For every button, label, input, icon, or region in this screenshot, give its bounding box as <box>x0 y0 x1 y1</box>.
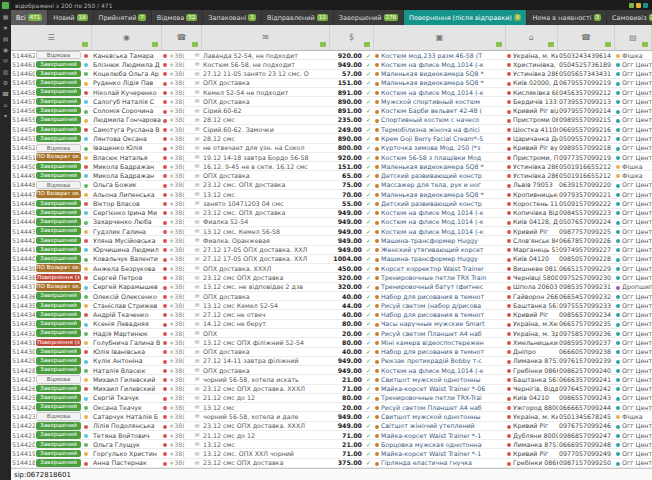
phone-icon[interactable]: ☎ <box>2 91 9 97</box>
stats-icon[interactable]: ▥ <box>3 69 9 75</box>
operator-cell <box>82 70 92 77</box>
order-sum: 71.00 <box>330 385 363 392</box>
sum-column-header[interactable]: $ <box>330 25 374 50</box>
operator-dot-icon <box>84 211 88 215</box>
tab-завершений[interactable]: Завершений278 <box>334 10 404 25</box>
table-row[interactable]: 514438Повернення (зСергей Петров+38(✉23.… <box>11 273 652 282</box>
comments-column-header[interactable]: ✉ <box>202 25 330 50</box>
order-id: 514431 <box>11 339 35 346</box>
payment-status-cell: ✓ <box>363 218 374 225</box>
comment-text: чорний 56-58, хотела и дале <box>202 413 330 420</box>
client-phone-number: 0984557099223 <box>558 209 615 216</box>
carrier-icon <box>507 332 511 336</box>
table-row[interactable]: 514424ЗавершенийОксана Ткачук+38(✉13.12 … <box>11 403 652 412</box>
phone-column-header[interactable]: ☎ <box>162 25 202 50</box>
table-row[interactable]: 514436ЗавершенийОлексій Олексенко+38(✉ОП… <box>11 292 652 301</box>
source-column-header[interactable]: ▤ <box>615 25 652 50</box>
mail-icon[interactable]: ✉ <box>3 58 8 64</box>
tab-всі[interactable]: Всі471 <box>11 10 48 25</box>
table-row[interactable]: 514428ЗавершенийНаталія Власюк+38(✉ОПХ д… <box>11 366 652 375</box>
table-row[interactable]: 514441ЗавершенийЮрчишина Людмил+38(✉27.1… <box>11 246 652 255</box>
grid-icon[interactable]: ▦ <box>3 14 9 20</box>
table-row[interactable]: 514434ЗавершенийАндрій Ткаченко+38(✉27.1… <box>11 310 652 319</box>
table-row[interactable]: 514419ЗавершенийГоргулько Христин+38(✉13… <box>11 449 652 458</box>
table-row[interactable]: 514430ЗавершенийЮлія Іванівська+38(✉ОПХ … <box>11 348 652 357</box>
table-row[interactable]: 514421ЗавершенийТетяна Войтович+38(✉21.1… <box>11 431 652 440</box>
table-row[interactable]: 514459ЗавершенийРуденко Лідія Пав+38(✉ОП… <box>11 79 652 88</box>
table-row[interactable]: 514447ПО Возврат ок.Альона Липенська+38(… <box>11 190 652 199</box>
table-row[interactable]: 514432ЗавершенийНадія Мартинюк+38(✉ОПХ20… <box>11 329 652 338</box>
table-row[interactable]: 514450ЗавершенийМикола Бадражан+38(✉16.1… <box>11 162 652 171</box>
tab-самовивіз[interactable]: Самовивіз2 <box>607 10 652 25</box>
table-row[interactable]: 514462ВідмоваКанєвська Тамара+38(✉Лаванд… <box>11 51 652 60</box>
table-row[interactable]: 514425ЗавершенийСергій Ткачук+38(✉21.12 … <box>11 394 652 403</box>
table-row[interactable]: 514440ЗавершенийКовальчук Валенти+38(✉27… <box>11 255 652 264</box>
table-row[interactable]: 514435ЗавершенийСтаніслав Стрижев+38(✉13… <box>11 301 652 310</box>
table-row[interactable]: 514456ЗавершенийСоломія Сорочина+38(✉Сір… <box>11 107 652 116</box>
operator-dot-icon <box>84 82 88 86</box>
more-icon[interactable]: ▾ <box>4 113 7 119</box>
table-row[interactable]: 514451ПО Возврат ок.Власюк Наталья+38(✉1… <box>11 153 652 162</box>
table-row[interactable]: 514431Повернення (зГолубнича Галина В+38… <box>11 338 652 347</box>
table-row[interactable]: 514449ЗавершенийМикола Бадражан+38(✉ОПХ … <box>11 171 652 180</box>
operator-cell <box>82 181 92 188</box>
delivery-column-header[interactable]: ⌂ <box>506 25 558 50</box>
table-row[interactable]: 514460ЗавершенийКоцелюба Ольга Ар+38(✉27… <box>11 70 652 79</box>
table-row[interactable]: 514452ВідмоваІващенко Юлія+38(✉не отвеча… <box>11 144 652 153</box>
table-row[interactable]: 514426ЗавершенийМихаил Гилевский+38(✉23.… <box>11 385 652 394</box>
table-row[interactable]: 514433ЗавершенийКсенія Левадняя+38(✉14.1… <box>11 320 652 329</box>
product-column-header[interactable]: ▣ <box>374 25 506 50</box>
table-row[interactable]: 514448ВідмоваОльга Божик+38(✉23.12 смс. … <box>11 181 652 190</box>
tab-запаковані[interactable]: Запаковані1 <box>203 10 262 25</box>
star-icon[interactable]: ★ <box>3 25 8 31</box>
comment-text: 13.12 смс <box>202 191 330 198</box>
home-icon[interactable]: ⌂ <box>4 102 8 108</box>
table-row[interactable]: 514420ЗавершенийОльга Глущук+38(✉13.12 с… <box>11 440 652 449</box>
message-count-cell: ✉ <box>192 154 202 160</box>
payment-check-icon: ✓ <box>366 89 371 96</box>
tab-новий[interactable]: Новий18 <box>48 10 93 25</box>
table-row[interactable]: 514423ВідмоваСатарчук Наталія Б+38(✉чорн… <box>11 412 652 421</box>
table-row[interactable]: 514461ЗавершенийБлізнюк Людмила Д+38(✉Ко… <box>11 60 652 69</box>
table-row[interactable]: 514445ЗавершенийСергієнко Ірина Ми+38(✉2… <box>11 209 652 218</box>
table-row[interactable]: 514444ЗавершенийЗахарченко Люба+38(✉Фиал… <box>11 218 652 227</box>
table-row[interactable]: 514442ЗавершенийУляна Мусійовська+38(✉Фи… <box>11 236 652 245</box>
status-cell: Відмова <box>35 144 82 153</box>
table-row[interactable]: 514446ЗавершенийВіктор Власов+38(✉занято… <box>11 199 652 208</box>
table-row[interactable]: 514418ЗавершенийАнна Пастернак+38(✉23.12… <box>11 459 652 468</box>
phone-preview: +38( <box>162 311 192 318</box>
table-row[interactable]: 514429ЗавершенийКулік Антоніна+38(✉27.12… <box>11 357 652 366</box>
delivery-region-cell: Гребінки 08662 <box>506 459 558 466</box>
tab-відмова[interactable]: Відмова52 <box>152 10 203 25</box>
message-count-cell: ✉ <box>192 404 202 410</box>
settings-icon[interactable]: ⚙ <box>3 80 8 86</box>
product-icon <box>375 91 379 95</box>
tab-прийнятий[interactable]: Прийнятий7 <box>94 10 152 25</box>
contacts-icon[interactable]: ◉ <box>3 47 8 53</box>
table-row[interactable]: 514455ЗавершенийЛюдмила Гончарова+38(✉28… <box>11 116 652 125</box>
message-count-cell: ✉ <box>192 349 202 355</box>
operator-dot-icon <box>84 350 88 354</box>
tab-повернення-після-відправки-[interactable]: Повернення (після відправки)8 <box>404 10 527 25</box>
call-status-icon <box>163 82 167 86</box>
tab-нема-в-наявності[interactable]: Нема в наявності3 <box>527 10 607 25</box>
table-row[interactable]: 514457ЗавершенийСалогуб Наталія С+38(✉ОП… <box>11 97 652 106</box>
orders-icon[interactable]: ▤ <box>3 36 9 42</box>
menu-column-header[interactable]: ☰ <box>11 25 92 50</box>
payment-status-cell: ✓ <box>363 413 374 420</box>
table-row[interactable]: 514453ЗавершенийЛянтова Оксана+38(✉28.12… <box>11 134 652 143</box>
table-row[interactable]: 514454ЗавершенийСамотуга Руслана В+38(✉С… <box>11 125 652 134</box>
source-name: Огг Центр <box>622 209 652 216</box>
operator-dot-icon <box>84 462 88 466</box>
table-row[interactable]: 514422ЗавершенийЛілія Подолянська+38(✉23… <box>11 422 652 431</box>
table-row[interactable]: 514437ПО Возврат ок.Сергей Карамышев+38(… <box>11 283 652 292</box>
table-row[interactable]: 514427ВідмоваМихаил Гилевский+38(✉чорний… <box>11 375 652 384</box>
table-row[interactable]: 514458ЗавершенийНіколай Кучеренко+38(✉Ке… <box>11 88 652 97</box>
table-row[interactable]: 514439ПО Возврат ок.Анжела Безрукова+38(… <box>11 264 652 273</box>
product-name: Костюм 56-58 з плащівки Мод <box>381 154 481 161</box>
table-row[interactable]: 514443ЗавершенийГудзлик Галина+38(✉13.12… <box>11 227 652 236</box>
phone-number-column-header[interactable]: ☎ <box>558 25 615 50</box>
comment-text: 27.12 17-05 ОПХ доставка. ХХЛ <box>202 255 330 262</box>
client-column-header[interactable]: ◉ <box>92 25 162 50</box>
tab-відправлений[interactable]: Відправлений12 <box>262 10 334 25</box>
